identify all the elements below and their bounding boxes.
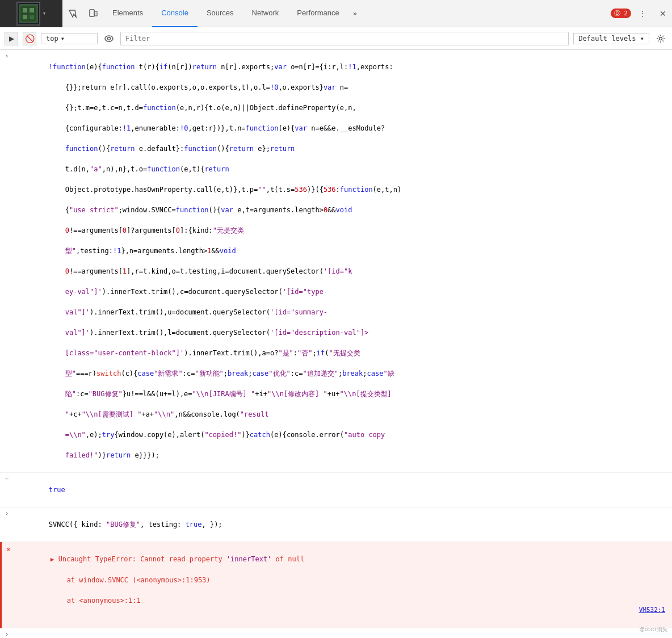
devtools-toolbar: ▾ Elements Console Sources Network Perfo… xyxy=(0,0,672,27)
error-icon[interactable]: ⊗ xyxy=(2,543,15,627)
svg-point-8 xyxy=(108,37,111,40)
row-gutter[interactable]: › xyxy=(0,629,14,639)
context-selector[interactable]: top ▾ xyxy=(41,33,98,44)
filter-input[interactable] xyxy=(120,32,569,45)
tab-console[interactable]: Console xyxy=(152,0,198,27)
settings-button[interactable] xyxy=(654,32,667,45)
preserve-log-button[interactable] xyxy=(102,32,116,45)
svg-rect-1 xyxy=(23,8,27,12)
error-link-vm532[interactable]: VM532:1 xyxy=(639,606,665,615)
more-options-button[interactable]: ⋮ xyxy=(633,5,652,23)
error-count-badge: ⓪ 2 xyxy=(611,9,631,18)
toolbar-right-actions: ⓪ 2 ⋮ ✕ xyxy=(606,5,672,23)
svg-rect-5 xyxy=(90,10,94,16)
tab-bar: Elements Console Sources Network Perform… xyxy=(103,0,606,27)
error-text: ▶ Uncaught TypeError: Cannot read proper… xyxy=(15,543,672,627)
console-result: true xyxy=(14,474,672,506)
close-devtools-button[interactable]: ✕ xyxy=(654,5,672,23)
level-label: Default levels ▾ xyxy=(578,35,644,43)
avatar xyxy=(16,2,40,26)
console-toolbar: ▶ 🚫 top ▾ Default levels ▾ xyxy=(0,27,672,50)
console-code[interactable]: SVNCC({ kind: "BUG修复", testing: true, })… xyxy=(14,509,672,540)
context-dropdown-arrow: ▾ xyxy=(61,35,65,43)
console-row: › jiraId = document.querySelector(`[id="… xyxy=(0,628,672,639)
console-row: › !function(e){function t(r){if(n[r])ret… xyxy=(0,50,672,473)
context-value: top xyxy=(46,35,58,43)
console-output: › !function(e){function t(r){if(n[r])ret… xyxy=(0,50,672,638)
console-code[interactable]: jiraId = document.querySelector(`[id="ke… xyxy=(14,629,672,639)
svg-rect-3 xyxy=(23,15,27,19)
svg-point-9 xyxy=(660,37,662,40)
inspect-element-button[interactable] xyxy=(62,3,83,24)
clear-console-button[interactable]: 🚫 xyxy=(23,32,36,45)
sidebar-icon-area: ▾ xyxy=(0,0,62,27)
sidebar-dropdown[interactable]: ▾ xyxy=(43,10,47,17)
console-row: ← true xyxy=(0,473,672,507)
tab-network[interactable]: Network xyxy=(243,0,288,27)
row-gutter[interactable]: › xyxy=(0,509,14,540)
row-gutter: ← xyxy=(0,474,14,506)
svg-rect-4 xyxy=(30,15,34,19)
tab-overflow[interactable]: » xyxy=(348,0,362,27)
console-main-area: › !function(e){function t(r){if(n[r])ret… xyxy=(0,50,672,638)
console-code[interactable]: !function(e){function t(r){if(n[r])retur… xyxy=(14,51,672,471)
tab-elements[interactable]: Elements xyxy=(103,0,152,27)
log-level-selector[interactable]: Default levels ▾ xyxy=(573,33,649,44)
console-error-row: ⊗ ▶ Uncaught TypeError: Cannot read prop… xyxy=(0,542,672,628)
svg-point-7 xyxy=(105,36,113,41)
tab-sources[interactable]: Sources xyxy=(198,0,243,27)
device-toolbar-button[interactable] xyxy=(83,3,103,24)
console-row: › SVNCC({ kind: "BUG修复", testing: true, … xyxy=(0,507,672,542)
watermark: @01CT消失 xyxy=(640,626,667,633)
row-gutter[interactable]: › xyxy=(0,51,14,471)
svg-rect-6 xyxy=(95,11,97,16)
execute-script-button[interactable]: ▶ xyxy=(5,32,18,45)
svg-rect-2 xyxy=(30,8,34,12)
tab-performance[interactable]: Performance xyxy=(288,0,348,27)
